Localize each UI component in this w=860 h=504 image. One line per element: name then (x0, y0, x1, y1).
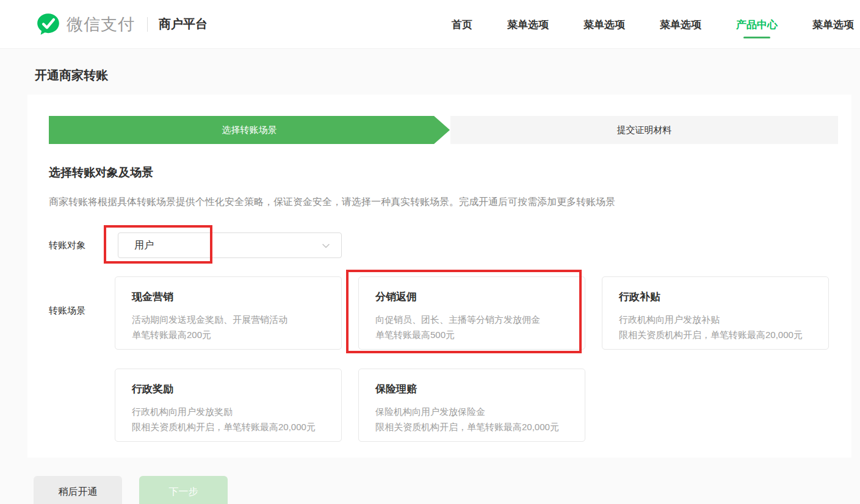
scene-card-limit: 单笔转账最高500元 (375, 327, 568, 342)
main-nav: 首页 菜单选项 菜单选项 菜单选项 产品中心 菜单选项 (452, 0, 856, 49)
scene-card-limit: 限相关资质机构开启，单笔转账最高20,000元 (375, 419, 568, 434)
scene-card-title: 保险理赔 (375, 382, 568, 396)
scene-card-insurance-claim[interactable]: 保险理赔 保险机构向用户发放保险金 限相关资质机构开启，单笔转账最高20,000… (358, 369, 585, 442)
scene-cards-grid: 现金营销 活动期间发送现金奖励、开展营销活动 单笔转账最高200元 分销返佣 向… (115, 276, 829, 442)
brand-divider (147, 17, 148, 32)
merchant-platform-screen: 微信支付 商户平台 首页 菜单选项 菜单选项 菜单选项 产品中心 菜单选项 开通… (0, 0, 860, 504)
step-submit-materials: 提交证明材料 (450, 116, 838, 144)
scene-card-desc: 行政机构向用户发放奖励 (132, 404, 325, 419)
section-heading: 选择转账对象及场景 (49, 165, 153, 181)
open-later-button[interactable]: 稍后开通 (34, 476, 122, 504)
scene-card-distribution-commission[interactable]: 分销返佣 向促销员、团长、主播等分销方发放佣金 单笔转账最高500元 (358, 276, 585, 350)
scene-card-desc: 活动期间发送现金奖励、开展营销活动 (132, 312, 325, 327)
page-title: 开通商家转账 (35, 67, 108, 84)
transfer-scene-label: 转账场景 (49, 305, 85, 317)
transfer-target-select[interactable]: 用户 (118, 232, 342, 258)
nav-item-home[interactable]: 首页 (452, 0, 472, 49)
step-choose-scene: 选择转账场景 (49, 116, 450, 144)
section-description: 商家转账将根据具体转账场景提供个性化安全策略，保证资金安全，请选择一种真实转账场… (49, 196, 836, 209)
scene-card-desc: 保险机构向用户发放保险金 (375, 404, 568, 419)
nav-item-menu-4[interactable]: 菜单选项 (812, 0, 854, 49)
brand-home-link[interactable]: 微信支付 商户平台 (35, 12, 208, 37)
transfer-target-selected-value: 用户 (134, 239, 154, 252)
scene-card-cash-marketing[interactable]: 现金营销 活动期间发送现金奖励、开展营销活动 单笔转账最高200元 (115, 276, 342, 350)
nav-item-menu-1[interactable]: 菜单选项 (507, 0, 549, 49)
scene-card-title: 分销返佣 (375, 290, 568, 304)
chevron-down-icon (322, 243, 330, 249)
nav-item-product-center[interactable]: 产品中心 (736, 0, 778, 49)
top-navbar: 微信支付 商户平台 首页 菜单选项 菜单选项 菜单选项 产品中心 菜单选项 (0, 0, 860, 49)
scene-card-limit: 单笔转账最高200元 (132, 327, 325, 342)
wechat-pay-logo-icon (35, 12, 61, 37)
step-progress: 选择转账场景 提交证明材料 (49, 116, 838, 144)
platform-label: 商户平台 (159, 16, 208, 32)
nav-item-menu-2[interactable]: 菜单选项 (584, 0, 625, 49)
scene-card-limit: 限相关资质机构开启，单笔转账最高20,000元 (619, 327, 812, 342)
nav-item-menu-3[interactable]: 菜单选项 (660, 0, 701, 49)
next-step-button[interactable]: 下一步 (139, 476, 228, 504)
scene-card-title: 行政奖励 (132, 382, 325, 396)
scene-card-desc: 行政机构向用户发放补贴 (619, 312, 812, 327)
scene-card-limit: 限相关资质机构开启，单笔转账最高20,000元 (132, 419, 325, 434)
main-panel: 选择转账场景 提交证明材料 选择转账对象及场景 商家转账将根据具体转账场景提供个… (27, 95, 851, 458)
scene-card-title: 现金营销 (132, 290, 325, 304)
scene-card-admin-subsidy[interactable]: 行政补贴 行政机构向用户发放补贴 限相关资质机构开启，单笔转账最高20,000元 (602, 276, 829, 350)
brand-name: 微信支付 (67, 13, 135, 35)
scene-card-admin-reward[interactable]: 行政奖励 行政机构向用户发放奖励 限相关资质机构开启，单笔转账最高20,000元 (115, 369, 342, 442)
transfer-target-label: 转账对象 (49, 240, 85, 251)
scene-card-title: 行政补贴 (619, 290, 812, 304)
scene-card-desc: 向促销员、团长、主播等分销方发放佣金 (375, 312, 568, 327)
